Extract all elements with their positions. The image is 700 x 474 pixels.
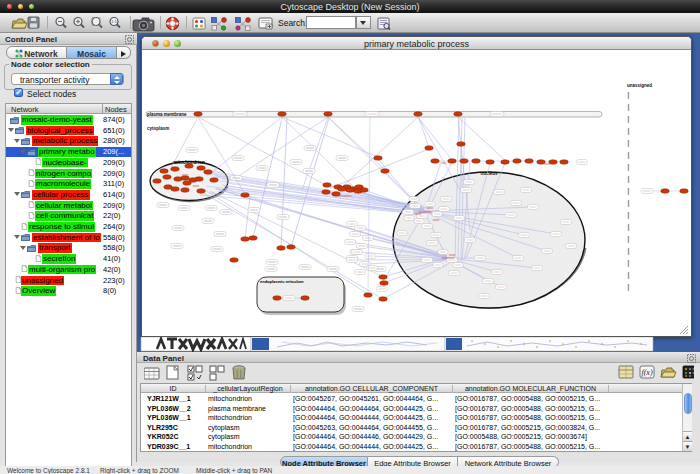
svg-text:cytoplasm: cytoplasm — [147, 126, 169, 131]
svg-text:nucleus: nucleus — [480, 171, 498, 176]
svg-text:endoplasmic reticulum: endoplasmic reticulum — [260, 279, 304, 284]
svg-text:unassigned: unassigned — [627, 83, 652, 88]
svg-text:1:1: 1:1 — [111, 19, 117, 24]
svg-text:mitochondrion: mitochondrion — [173, 160, 205, 165]
svg-text:f(x): f(x) — [641, 368, 652, 377]
svg-text:plasma membrane: plasma membrane — [147, 112, 187, 117]
